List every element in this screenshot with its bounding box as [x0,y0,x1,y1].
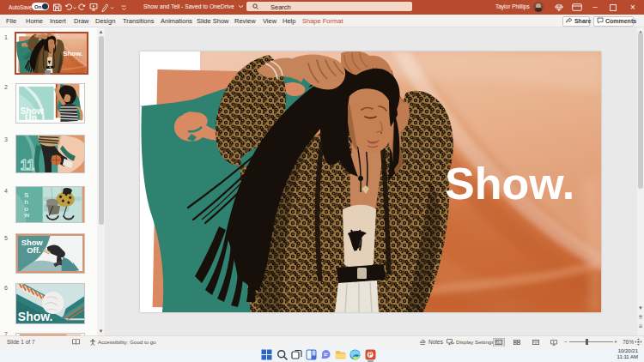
svg-text:11: 11 [21,157,35,172]
svg-text:Off.: Off. [27,245,40,255]
svg-text:w: w [23,211,30,219]
svg-text:Show.: Show. [445,159,574,208]
svg-text:Show.: Show. [18,310,52,323]
svg-text:Up.: Up. [25,113,39,123]
